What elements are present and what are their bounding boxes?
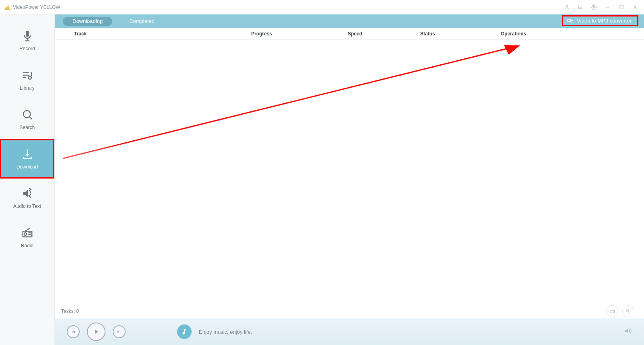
column-progress: Progress (251, 31, 348, 37)
svg-point-18 (28, 76, 31, 80)
prev-button[interactable] (67, 325, 80, 338)
converter-label: Video to MP3 converter (577, 18, 632, 24)
svg-point-5 (578, 5, 579, 6)
svg-point-22 (24, 233, 26, 235)
play-button[interactable] (87, 322, 105, 341)
settings-button[interactable] (622, 305, 634, 317)
sidebar-item-label: Search (19, 125, 35, 130)
column-track: Track (74, 31, 251, 37)
status-row: Tasks: 0 (55, 304, 644, 318)
minimize-button[interactable] (603, 2, 613, 12)
sidebar: Record Library Search Download Audio to … (0, 14, 55, 345)
convert-icon (567, 18, 574, 24)
svg-rect-14 (25, 40, 29, 41)
columns-header: Track Progress Speed Status Operations (55, 28, 644, 40)
app-logo-icon (4, 4, 10, 10)
main-panel: Downloading Completed Video to MP3 conve… (55, 14, 644, 345)
search-icon (21, 109, 33, 121)
mic-icon (21, 30, 33, 42)
annotation-arrow (59, 40, 582, 175)
svg-point-7 (578, 8, 579, 8)
column-speed: Speed (348, 31, 420, 37)
svg-rect-27 (571, 22, 573, 23)
tasks-count: Tasks: 0 (61, 308, 79, 314)
svg-point-6 (578, 7, 579, 7)
sidebar-item-search[interactable]: Search (0, 100, 54, 139)
sidebar-item-label: Record (19, 46, 35, 51)
column-status: Status (420, 31, 501, 37)
player-bar: Enjoy music, enjoy life. (55, 318, 644, 345)
tab-label: Completed (129, 18, 155, 24)
svg-rect-26 (568, 19, 571, 21)
sidebar-item-library[interactable]: Library (0, 60, 54, 100)
maximize-button[interactable] (617, 2, 626, 12)
radio-icon (21, 227, 33, 239)
svg-point-1 (566, 5, 568, 7)
download-icon (21, 148, 33, 160)
svg-point-19 (23, 111, 31, 118)
sidebar-item-label: Library (20, 85, 35, 91)
sidebar-item-download[interactable]: Download (0, 139, 54, 179)
svg-point-8 (593, 6, 595, 8)
list-icon[interactable] (576, 2, 585, 12)
svg-rect-0 (4, 9, 10, 10)
sidebar-item-record[interactable]: Record (0, 21, 54, 60)
video-to-mp3-converter-button[interactable]: Video to MP3 converter (562, 15, 638, 26)
sidebar-item-label: Download (17, 164, 38, 170)
sidebar-item-audio-to-text[interactable]: Audio to Text (0, 179, 54, 218)
account-icon[interactable] (562, 2, 572, 12)
next-button[interactable] (113, 325, 126, 338)
svg-rect-13 (27, 39, 28, 41)
music-note-icon (177, 324, 192, 339)
svg-line-20 (29, 117, 32, 119)
volume-icon[interactable] (624, 327, 632, 337)
now-playing-text: Enjoy music, enjoy life. (199, 329, 252, 335)
svg-point-30 (627, 310, 629, 312)
svg-marker-29 (504, 45, 520, 55)
download-list (55, 40, 644, 304)
svg-rect-10 (620, 5, 623, 8)
sidebar-item-radio[interactable]: Radio (0, 218, 54, 257)
svg-line-28 (63, 47, 512, 158)
title-bar: VideoPower YELLOW (0, 0, 644, 14)
app-window: VideoPower YELLOW Record Library Search (0, 0, 644, 345)
app-title: VideoPower YELLOW (13, 4, 60, 10)
sidebar-item-label: Radio (21, 243, 33, 248)
tab-label: Downloading (72, 18, 103, 24)
open-folder-button[interactable] (606, 305, 618, 317)
library-icon (21, 69, 33, 81)
gear-icon[interactable] (589, 2, 599, 12)
sidebar-item-label: Audio to Text (13, 203, 41, 209)
tabs-bar: Downloading Completed Video to MP3 conve… (55, 14, 644, 28)
tab-completed[interactable]: Completed (120, 17, 164, 26)
tab-downloading[interactable]: Downloading (63, 17, 112, 26)
column-operations: Operations (501, 31, 644, 37)
close-button[interactable] (630, 2, 640, 12)
speaker-swap-icon (21, 187, 33, 199)
